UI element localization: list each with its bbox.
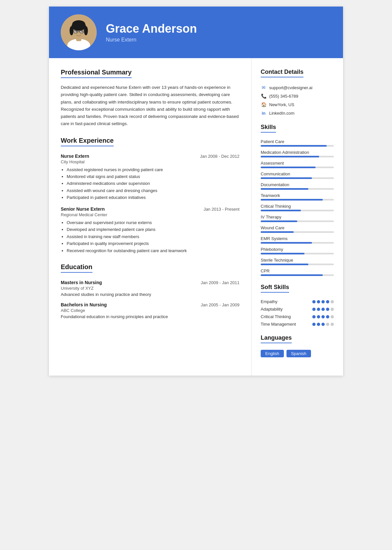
skill-fill — [261, 167, 316, 168]
skill-item: Communication — [261, 171, 334, 179]
language-tag: English — [261, 350, 284, 357]
filled-dot — [326, 315, 329, 318]
soft-skill-name: Adaptability — [261, 307, 283, 312]
contact-linkedin: in LinkedIn.com — [261, 110, 334, 116]
work-experience-section: Work Experience Nurse Extern Jan 2008 - … — [61, 137, 239, 254]
filled-dot — [317, 300, 320, 303]
skill-dots — [312, 323, 334, 326]
job-title: Senior Nurse Extern — [61, 206, 105, 212]
job-bullet: Developed and implemented patient care p… — [67, 226, 239, 233]
skill-item: Assessment — [261, 161, 334, 168]
skill-bar — [261, 264, 334, 265]
skill-bar — [261, 231, 334, 233]
filled-dot — [321, 308, 325, 311]
job-bullets: Assisted registered nurses in providing … — [61, 166, 239, 201]
edu-school: ABC College — [61, 308, 239, 313]
job-bullet: Participated in patient education initia… — [67, 194, 239, 201]
resume-page: Grace Anderson Nurse Extern Professional… — [49, 7, 343, 376]
skill-item: Critical Thinking — [261, 204, 334, 211]
edu-container: Masters in Nursing Jan 2009 - Jan 2011 U… — [61, 280, 239, 319]
skill-bar — [261, 177, 334, 179]
skill-name: EMR Systems — [261, 236, 334, 241]
skill-fill — [261, 253, 304, 254]
skill-bar — [261, 253, 334, 254]
job-date: Jan 2008 - Dec 2012 — [200, 154, 239, 159]
skill-item: EMR Systems — [261, 236, 334, 244]
location-value: NewYork, US — [269, 102, 294, 107]
email-value: support@cvdesigner.ai — [269, 85, 312, 90]
skill-bar — [261, 188, 334, 190]
filled-dot — [321, 315, 325, 318]
skill-name: Assessment — [261, 161, 334, 166]
filled-dot — [312, 308, 316, 311]
filled-dot — [326, 308, 329, 311]
skill-item: Documentation — [261, 182, 334, 190]
soft-skills-container: Empathy Adaptability Critical Thinking T… — [261, 299, 334, 327]
skill-bar — [261, 220, 334, 222]
skills-title: Skills — [261, 124, 276, 133]
contact-location: 🏠 NewYork, US — [261, 102, 334, 107]
education-title: Education — [61, 263, 92, 273]
skill-fill — [261, 145, 327, 147]
skill-item: IV Therapy — [261, 215, 334, 222]
location-icon: 🏠 — [261, 102, 267, 107]
skill-fill — [261, 199, 323, 201]
skill-fill — [261, 242, 312, 244]
skill-item: Phlebotomy — [261, 247, 334, 254]
linkedin-value: LinkedIn.com — [269, 111, 294, 116]
language-tags: EnglishSpanish — [261, 350, 334, 357]
edu-description: Advanced studies in nursing practice and… — [61, 292, 239, 297]
skill-item: Patient Care — [261, 139, 334, 147]
filled-dot — [317, 323, 320, 326]
header: Grace Anderson Nurse Extern — [49, 7, 343, 58]
filled-dot — [321, 300, 325, 303]
summary-text: Dedicated and experienced Nurse Extern w… — [61, 84, 239, 128]
avatar — [61, 14, 97, 50]
edu-date: Jan 2009 - Jan 2011 — [201, 280, 239, 285]
summary-title: Professional Summary — [61, 69, 132, 78]
soft-skill-item: Empathy — [261, 299, 334, 304]
linkedin-icon: in — [261, 110, 267, 116]
filled-dot — [312, 315, 316, 318]
empty-dot — [331, 308, 334, 311]
candidate-title: Nurse Extern — [106, 37, 197, 43]
phone-value: (555) 345-6789 — [269, 94, 298, 99]
email-icon: ✉ — [261, 85, 267, 90]
right-column: Contact Details ✉ support@cvdesigner.ai … — [252, 58, 343, 376]
edu-degree: Bachelors in Nursing — [61, 302, 107, 307]
svg-point-10 — [75, 31, 77, 32]
skill-dots — [312, 300, 334, 303]
skill-name: IV Therapy — [261, 215, 334, 219]
language-tag: Spanish — [286, 350, 311, 357]
filled-dot — [317, 315, 320, 318]
jobs-container: Nurse Extern Jan 2008 - Dec 2012 City Ho… — [61, 154, 239, 254]
job-company: Regional Medical Center — [61, 212, 239, 217]
filled-dot — [321, 323, 325, 326]
svg-point-5 — [70, 26, 74, 35]
soft-skill-item: Critical Thinking — [261, 314, 334, 319]
skill-dots — [312, 315, 334, 318]
skill-fill — [261, 177, 312, 179]
skills-section: Skills Patient Care Medication Administr… — [261, 124, 334, 276]
body: Professional Summary Dedicated and exper… — [49, 58, 343, 376]
skill-name: Wound Care — [261, 225, 334, 230]
work-experience-title: Work Experience — [61, 137, 114, 146]
skill-dots — [312, 308, 334, 311]
skill-item: Medication Administration — [261, 150, 334, 157]
skill-name: Medication Administration — [261, 150, 334, 155]
empty-dot — [326, 323, 329, 326]
svg-point-11 — [81, 31, 83, 32]
job-bullet: Assisted with wound care and dressing ch… — [67, 187, 239, 194]
skill-item: CPR — [261, 268, 334, 276]
edu-degree: Masters in Nursing — [61, 280, 102, 285]
languages-section: Languages EnglishSpanish — [261, 334, 334, 357]
empty-dot — [331, 323, 334, 326]
skill-name: Communication — [261, 171, 334, 176]
education-section: Education Masters in Nursing Jan 2009 - … — [61, 263, 239, 319]
phone-icon: 📞 — [261, 93, 267, 99]
skill-bar — [261, 274, 334, 276]
soft-skill-item: Adaptability — [261, 307, 334, 312]
skill-fill — [261, 188, 308, 190]
skill-fill — [261, 231, 294, 233]
skill-item: Teamwork — [261, 193, 334, 201]
